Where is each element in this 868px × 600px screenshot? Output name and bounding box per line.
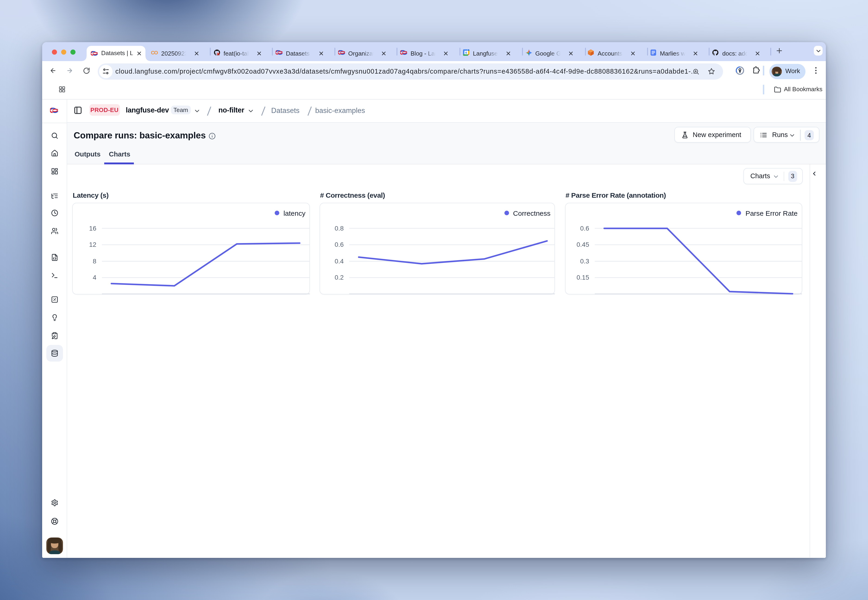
svg-text:CO: CO	[151, 50, 158, 55]
svg-text:6: 6	[465, 51, 467, 54]
